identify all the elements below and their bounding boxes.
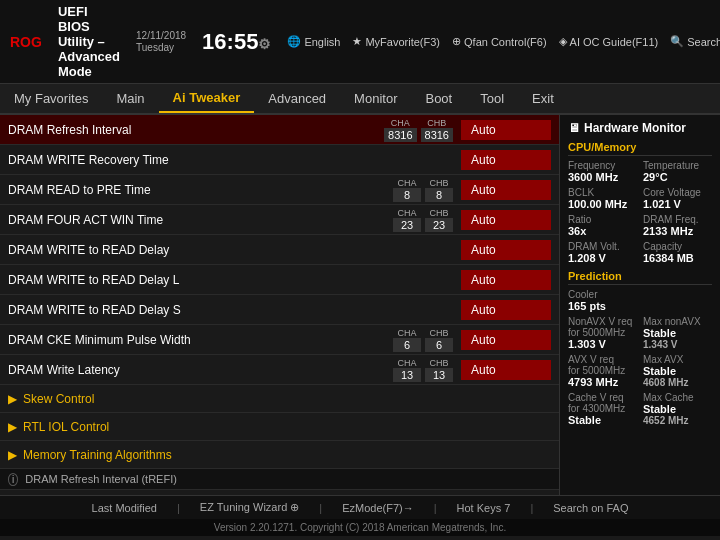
main-nav: My Favorites Main Ai Tweaker Advanced Mo…: [0, 84, 720, 115]
hw-pred-grid-3: Cache V reqfor 4300MHz Stable Max Cache …: [568, 392, 712, 426]
search-faq-btn[interactable]: Search on FAQ: [553, 502, 628, 514]
hw-frequency-cell: Frequency 3600 MHz: [568, 160, 637, 183]
nav-exit[interactable]: Exit: [518, 85, 568, 112]
hw-pred-grid-1: NonAVX V reqfor 5000MHz 1.303 V Max nonA…: [568, 316, 712, 350]
settings-panel: DRAM Refresh Interval CHA8316 CHB8316 Au…: [0, 115, 560, 495]
setting-value-dram-read-pre[interactable]: Auto: [461, 180, 551, 200]
setting-label-dram-refresh: DRAM Refresh Interval: [8, 119, 384, 141]
cha-chb-dram-cke: CHA6 CHB6: [393, 328, 453, 352]
setting-value-dram-write-lat[interactable]: Auto: [461, 360, 551, 380]
setting-value-dram-wr-rd-l[interactable]: Auto: [461, 270, 551, 290]
top-icons: 🌐 English ★ MyFavorite(F3) ⊕ Qfan Contro…: [287, 35, 720, 48]
content-area: DRAM Refresh Interval CHA8316 CHB8316 Au…: [0, 115, 720, 495]
top-bar: ROG UEFI BIOS Utility – Advanced Mode 12…: [0, 0, 720, 84]
nav-my-favorites[interactable]: My Favorites: [0, 85, 102, 112]
skew-arrow: ▶: [8, 392, 17, 406]
setting-row-dram-wr-rd-l[interactable]: DRAM WRITE to READ Delay L Auto: [0, 265, 559, 295]
hw-monitor-icon: 🖥: [568, 121, 580, 135]
setting-label-dram-wr-rd: DRAM WRITE to READ Delay: [8, 239, 461, 261]
hw-max-avx-cell: Max AVX Stable 4608 MHz: [643, 354, 712, 388]
hw-cpu-memory-grid: Frequency 3600 MHz Temperature 29°C BCLK…: [568, 160, 712, 264]
skew-control-row[interactable]: ▶ Skew Control: [0, 385, 559, 413]
nav-boot[interactable]: Boot: [411, 85, 466, 112]
language-btn[interactable]: 🌐 English: [287, 35, 340, 48]
cha-chb-dram-write-lat: CHA13 CHB13: [393, 358, 453, 382]
bios-clock: 16:55⚙: [202, 29, 271, 55]
hw-monitor-panel: 🖥 Hardware Monitor CPU/Memory Frequency …: [560, 115, 720, 495]
rtl-arrow: ▶: [8, 420, 17, 434]
hw-max-cache-cell: Max Cache Stable 4652 MHz: [643, 392, 712, 426]
nav-advanced[interactable]: Advanced: [254, 85, 340, 112]
setting-row-dram-write-rec[interactable]: DRAM WRITE Recovery Time Auto: [0, 145, 559, 175]
setting-row-dram-wr-rd-s[interactable]: DRAM WRITE to READ Delay S Auto: [0, 295, 559, 325]
setting-row-dram-cke[interactable]: DRAM CKE Minimum Pulse Width CHA6 CHB6 A…: [0, 325, 559, 355]
hw-cooler: Cooler 165 pts: [568, 289, 712, 312]
info-icon: i: [8, 473, 18, 486]
setting-label-dram-wr-rd-s: DRAM WRITE to READ Delay S: [8, 299, 461, 321]
hw-avx-req-cell: AVX V reqfor 5000MHz 4793 MHz: [568, 354, 637, 388]
version-text: Version 2.20.1271. Copyright (C) 2018 Am…: [214, 522, 506, 533]
hw-nonavx-req-cell: NonAVX V reqfor 5000MHz 1.303 V: [568, 316, 637, 350]
rtl-iol-row[interactable]: ▶ RTL IOL Control: [0, 413, 559, 441]
hw-dram-volt-cell: DRAM Volt. 1.208 V: [568, 241, 637, 264]
search-btn[interactable]: 🔍 Search(F9): [670, 35, 720, 48]
description-text: DRAM Refresh Interval (tREFI): [25, 473, 177, 485]
hw-cache-req-cell: Cache V reqfor 4300MHz Stable: [568, 392, 637, 426]
rog-logo: ROG: [10, 34, 42, 50]
setting-value-dram-four-act[interactable]: Auto: [461, 210, 551, 230]
setting-row-dram-wr-rd[interactable]: DRAM WRITE to READ Delay Auto: [0, 235, 559, 265]
setting-value-dram-wr-rd-s[interactable]: Auto: [461, 300, 551, 320]
hw-prediction-section: Prediction: [568, 270, 712, 285]
hw-temperature-cell: Temperature 29°C: [643, 160, 712, 183]
skew-label: Skew Control: [23, 392, 94, 406]
nav-main[interactable]: Main: [102, 85, 158, 112]
hw-ratio-cell: Ratio 36x: [568, 214, 637, 237]
hw-max-nonavx-cell: Max nonAVX Stable 1.343 V: [643, 316, 712, 350]
hw-monitor-title: 🖥 Hardware Monitor: [568, 121, 712, 135]
setting-label-dram-read-pre: DRAM READ to PRE Time: [8, 179, 393, 201]
ez-tuning-btn[interactable]: EZ Tuning Wizard ⊕: [200, 501, 299, 514]
mem-training-arrow: ▶: [8, 448, 17, 462]
hw-cpu-memory-section: CPU/Memory: [568, 141, 712, 156]
cha-chb-dram-read-pre: CHA8 CHB8: [393, 178, 453, 202]
setting-value-dram-refresh[interactable]: Auto: [461, 120, 551, 140]
setting-row-dram-write-lat[interactable]: DRAM Write Latency CHA13 CHB13 Auto: [0, 355, 559, 385]
setting-label-dram-wr-rd-l: DRAM WRITE to READ Delay L: [8, 269, 461, 291]
nav-tool[interactable]: Tool: [466, 85, 518, 112]
mem-training-row[interactable]: ▶ Memory Training Algorithms: [0, 441, 559, 469]
last-modified-btn[interactable]: Last Modified: [92, 502, 157, 514]
hw-core-voltage-cell: Core Voltage 1.021 V: [643, 187, 712, 210]
hw-pred-grid-2: AVX V reqfor 5000MHz 4793 MHz Max AVX St…: [568, 354, 712, 388]
description-row: i DRAM Refresh Interval (tREFI): [0, 469, 559, 490]
ezmode-btn[interactable]: EzMode(F7)→: [342, 502, 414, 514]
bios-day: Tuesday: [136, 42, 186, 54]
setting-row-dram-refresh[interactable]: DRAM Refresh Interval CHA8316 CHB8316 Au…: [0, 115, 559, 145]
setting-value-dram-wr-rd[interactable]: Auto: [461, 240, 551, 260]
rtl-label: RTL IOL Control: [23, 420, 109, 434]
bios-title: UEFI BIOS Utility – Advanced Mode: [58, 4, 120, 79]
setting-label-dram-four-act: DRAM FOUR ACT WIN Time: [8, 209, 393, 231]
setting-row-dram-four-act[interactable]: DRAM FOUR ACT WIN Time CHA23 CHB23 Auto: [0, 205, 559, 235]
datetime-info: 12/11/2018 Tuesday: [136, 30, 186, 54]
hot-keys-btn[interactable]: Hot Keys 7: [457, 502, 511, 514]
aioc-btn[interactable]: ◈ AI OC Guide(F11): [559, 35, 659, 48]
hw-capacity-cell: Capacity 16384 MB: [643, 241, 712, 264]
version-bar: Version 2.20.1271. Copyright (C) 2018 Am…: [0, 519, 720, 536]
setting-label-dram-cke: DRAM CKE Minimum Pulse Width: [8, 329, 393, 351]
setting-value-dram-write-rec[interactable]: Auto: [461, 150, 551, 170]
cha-chb-dram-refresh: CHA8316 CHB8316: [384, 118, 453, 142]
qfan-btn[interactable]: ⊕ Qfan Control(F6): [452, 35, 547, 48]
setting-label-dram-write-rec: DRAM WRITE Recovery Time: [8, 149, 461, 171]
bios-date: 12/11/2018: [136, 30, 186, 42]
bottom-bar: Last Modified | EZ Tuning Wizard ⊕ | EzM…: [0, 495, 720, 519]
nav-ai-tweaker[interactable]: Ai Tweaker: [159, 84, 255, 113]
nav-monitor[interactable]: Monitor: [340, 85, 411, 112]
hw-bclk-cell: BCLK 100.00 MHz: [568, 187, 637, 210]
setting-label-dram-write-lat: DRAM Write Latency: [8, 359, 393, 381]
myfavorite-btn[interactable]: ★ MyFavorite(F3): [352, 35, 440, 48]
mem-training-label: Memory Training Algorithms: [23, 448, 172, 462]
setting-value-dram-cke[interactable]: Auto: [461, 330, 551, 350]
cha-chb-dram-four-act: CHA23 CHB23: [393, 208, 453, 232]
setting-row-dram-read-pre[interactable]: DRAM READ to PRE Time CHA8 CHB8 Auto: [0, 175, 559, 205]
hw-dram-freq-cell: DRAM Freq. 2133 MHz: [643, 214, 712, 237]
